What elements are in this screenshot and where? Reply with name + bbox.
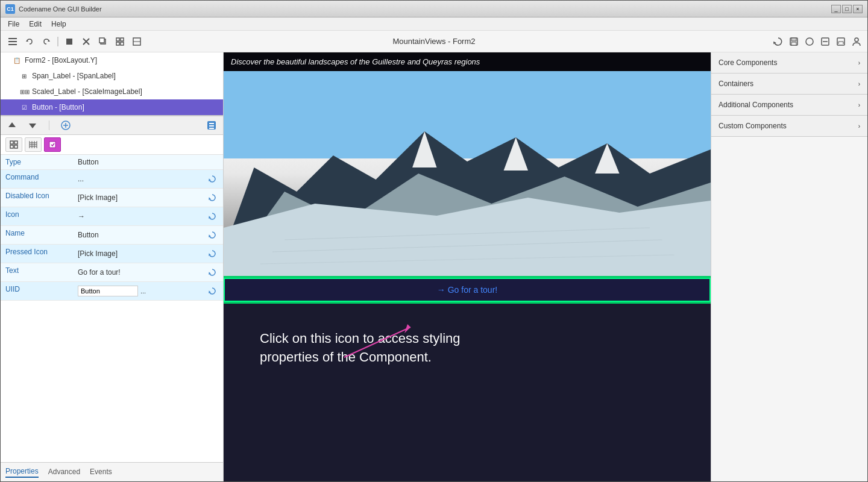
prop-input-7[interactable]	[78, 286, 138, 296]
tab-events[interactable]: Events	[90, 468, 112, 477]
menu-edit[interactable]: Edit	[24, 19, 46, 30]
canvas-inner: Discover the beautiful landscapes of the…	[224, 52, 711, 481]
tree-add-btn[interactable]	[59, 119, 72, 132]
prop-value-text-2: [Pick Image]	[78, 193, 118, 202]
dash-icon	[820, 37, 830, 46]
toolbar-redo-btn[interactable]	[39, 34, 54, 49]
view-icon	[133, 37, 141, 46]
preview-button-bar: → Go for a tour!	[224, 278, 711, 302]
tree-move-up-btn[interactable]	[5, 119, 19, 132]
prop-reset-btn-6[interactable]	[206, 266, 218, 278]
toolbar-dot2-btn[interactable]	[819, 36, 831, 48]
toolbar-dot4-btn[interactable]	[851, 36, 863, 48]
right-section-custom-header[interactable]: Custom Components ›	[711, 116, 867, 136]
undo-icon	[25, 37, 34, 46]
right-section-core-header[interactable]: Core Components ›	[711, 52, 867, 73]
svg-rect-45	[49, 142, 55, 148]
menu-file[interactable]: File	[3, 19, 24, 30]
floppy-icon	[836, 37, 846, 46]
right-section-containers-label: Containers	[719, 80, 753, 88]
right-section-additional-header[interactable]: Additional Components ›	[711, 95, 867, 115]
prop-dots-btn-7[interactable]: ...	[140, 287, 146, 295]
svg-marker-51	[208, 272, 211, 275]
prop-reset-btn-4[interactable]	[206, 229, 218, 241]
prop-reset-btn-5[interactable]	[206, 248, 218, 260]
prop-reset-btn-1[interactable]	[206, 173, 218, 185]
prop-tab-grid[interactable]	[5, 137, 22, 152]
toolbar-right	[772, 36, 863, 48]
tab-properties[interactable]: Properties	[5, 467, 39, 478]
toolbar-grid-btn[interactable]	[113, 34, 127, 49]
svg-marker-26	[29, 124, 36, 128]
preview-button-text: → Go for a tour!	[437, 285, 497, 295]
prop-row-disabled-icon: Disabled Icon[Pick Image]	[1, 189, 223, 207]
svg-rect-2	[8, 44, 17, 45]
menu-help[interactable]: Help	[46, 19, 71, 30]
prop-value-7[interactable]: ...	[73, 282, 223, 300]
mountains-svg	[224, 71, 711, 276]
close-button[interactable]: ×	[853, 5, 863, 13]
refresh-icon	[773, 37, 783, 46]
toolbar-refresh-btn[interactable]	[772, 36, 784, 48]
up-arrow-icon	[7, 120, 17, 130]
toolbar-copy-btn[interactable]	[96, 34, 110, 49]
prop-tabs-row	[1, 135, 223, 155]
prop-reset-btn-2[interactable]	[206, 192, 218, 204]
svg-rect-12	[116, 42, 119, 45]
prop-tab-grid4[interactable]	[25, 137, 42, 152]
toolbar-save-btn[interactable]	[788, 36, 800, 48]
tree-settings-btn[interactable]	[205, 119, 218, 132]
tree-action-separator	[49, 120, 49, 130]
tree-section: 📋 Form2 - [BoxLayout.Y] ⊞ Span_Label - […	[1, 52, 223, 116]
right-section-core-label: Core Components	[719, 58, 777, 67]
prop-value-6: Go for a tour!	[73, 263, 223, 281]
svg-marker-47	[208, 197, 211, 200]
redo-icon	[42, 37, 51, 46]
prop-row-name: NameButton	[1, 226, 223, 245]
preview-header: Discover the beautiful landscapes of the…	[224, 52, 711, 71]
grid-tab-icon	[10, 140, 18, 149]
save-icon	[789, 37, 799, 46]
toolbar-dot3-btn[interactable]	[835, 36, 847, 48]
toolbar-undo-btn[interactable]	[22, 34, 37, 49]
prop-value-text-6: Go for a tour!	[78, 268, 121, 277]
toolbar: MountainViews - Form2	[1, 31, 867, 52]
tree-folder-icon: 📋	[13, 57, 21, 64]
main-content: 📋 Form2 - [BoxLayout.Y] ⊞ Span_Label - […	[1, 52, 867, 481]
additional-chevron-icon: ›	[858, 102, 860, 108]
prop-value-1: ...	[73, 170, 223, 188]
svg-point-24	[855, 38, 858, 42]
toolbar-stop-btn[interactable]	[62, 34, 77, 49]
tree-move-down-btn[interactable]	[26, 119, 39, 132]
svg-rect-1	[8, 41, 17, 42]
prop-tab-style[interactable]	[44, 137, 61, 152]
prop-row-command: Command...	[1, 170, 223, 189]
tree-item-span-label[interactable]: ⊞ Span_Label - [SpanLabel]	[1, 68, 223, 84]
left-panel: 📋 Form2 - [BoxLayout.Y] ⊞ Span_Label - […	[1, 52, 224, 481]
toolbar-menu-btn[interactable]	[5, 34, 20, 49]
right-section-containers-header[interactable]: Containers ›	[711, 74, 867, 94]
svg-marker-52	[208, 290, 211, 293]
preview-go-button[interactable]: → Go for a tour!	[437, 285, 497, 295]
svg-rect-31	[209, 123, 214, 124]
prop-rows-container: TypeButtonCommand...Disabled Icon[Pick I…	[1, 155, 223, 301]
prop-row-pressed-icon: Pressed Icon[Pick Image]	[1, 245, 223, 263]
canvas-area: Discover the beautiful landscapes of the…	[224, 52, 711, 481]
tree-item-scaled-label[interactable]: ⊞⊞ Scaled_Label - [ScaleImageLabel]	[1, 84, 223, 99]
prop-reset-btn-3[interactable]	[206, 210, 218, 222]
maximize-button[interactable]: □	[842, 5, 852, 13]
app-window: C1 Codename One GUI Builder _ □ × File E…	[0, 0, 868, 482]
tree-button-icon: ☑	[20, 104, 28, 111]
minimize-button[interactable]: _	[831, 5, 841, 13]
tree-item-button[interactable]: ☑ Button - [Button]	[1, 99, 223, 115]
svg-marker-49	[208, 234, 211, 237]
tab-advanced[interactable]: Advanced	[48, 468, 80, 477]
tree-item-form2[interactable]: 📋 Form2 - [BoxLayout.Y]	[1, 52, 223, 68]
toolbar-view-btn[interactable]	[130, 34, 144, 49]
tree-item-span-label-text: Span_Label - [SpanLabel]	[32, 72, 116, 80]
prop-reset-btn-7[interactable]	[206, 285, 218, 297]
right-section-additional-label: Additional Components	[719, 101, 793, 109]
prop-name-1: Command	[1, 170, 73, 188]
toolbar-close-btn[interactable]	[79, 34, 93, 49]
toolbar-dot1-btn[interactable]	[804, 36, 816, 48]
